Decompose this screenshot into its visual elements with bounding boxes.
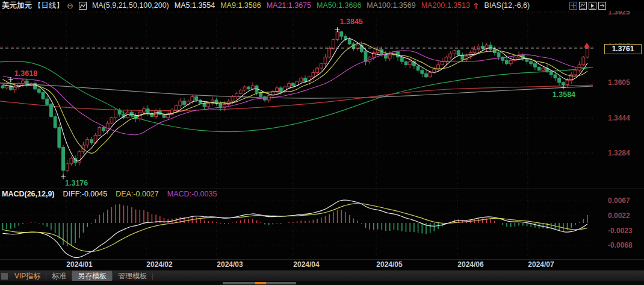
ma100-value: MA100:1.3569	[367, 1, 415, 10]
svg-text:2024/04: 2024/04	[293, 260, 320, 269]
macd-header: MACD(26,12,9) DIFF:-0.0045 DEA:-0.0027 M…	[2, 190, 217, 198]
ma50-value: MA50:1.3686	[317, 1, 361, 10]
svg-text:2024/06: 2024/06	[457, 260, 484, 269]
template-tabbar: VIP指标 标准 另存模板 管理模板	[0, 271, 644, 281]
svg-text:1.3845: 1.3845	[340, 17, 363, 26]
svg-text:2024/07: 2024/07	[528, 260, 554, 269]
indicator-window-icon[interactable]	[579, 1, 587, 9]
macd-panel	[3, 200, 588, 258]
svg-text:1.3618: 1.3618	[14, 69, 37, 78]
separate-window-icon[interactable]	[589, 1, 596, 9]
macd-macd-value: MACD:-0.0035	[167, 190, 217, 198]
svg-text:1.3584: 1.3584	[553, 90, 575, 99]
tabbar-handle-icon[interactable]	[1, 273, 8, 280]
crosshair-icon[interactable]	[569, 1, 577, 9]
long-ma-lines	[0, 61, 593, 132]
close-panel-icon[interactable]	[598, 1, 606, 9]
svg-text:0.0022: 0.0022	[608, 211, 630, 220]
macd-dea-value: DEA:-0.0027	[116, 190, 159, 198]
indicator-chart-icon[interactable]	[79, 2, 87, 10]
svg-text:2024/01: 2024/01	[66, 260, 93, 269]
bias-label: BIAS(12,-6,6)	[484, 1, 530, 10]
ma-settings-label: MA(5,9,21,50,100,200)	[92, 1, 169, 10]
timeframe-label: 【日线】	[34, 1, 64, 11]
symbol-name: 美元加元	[2, 1, 32, 11]
macd-title: MACD(26,12,9)	[2, 190, 55, 198]
svg-text:1.3176: 1.3176	[65, 179, 88, 187]
bottom-strip	[0, 281, 644, 285]
svg-text:1.3284: 1.3284	[608, 149, 630, 157]
current-price-box: 1.3761	[604, 44, 642, 54]
macd-diff-value: DIFF:-0.0045	[63, 190, 108, 198]
chart-toolbar	[569, 1, 606, 9]
svg-text:-0.0068: -0.0068	[608, 241, 633, 249]
ma200-value: MA200:1.3513	[421, 1, 470, 10]
ma5-value: MA5:1.3554	[175, 1, 215, 10]
price-chart-canvas[interactable]: 2024/012024/022024/032024/042024/052024/…	[0, 0, 644, 285]
trend-up-arrow-icon: ⇧	[472, 1, 478, 10]
collapse-icon[interactable]: ⊖	[67, 1, 73, 10]
svg-text:-0.0023: -0.0023	[608, 227, 633, 235]
chart-app: 美元加元 【日线】 ⊖ MA(5,9,21,50,100,200) MA5:1.…	[0, 0, 644, 285]
svg-text:1.3605: 1.3605	[608, 78, 630, 87]
scrollbar-thumb[interactable]	[255, 282, 266, 284]
svg-text:1.3444: 1.3444	[608, 114, 630, 122]
svg-text:2024/02: 2024/02	[146, 260, 173, 269]
chart-header: 美元加元 【日线】 ⊖ MA(5,9,21,50,100,200) MA5:1.…	[0, 0, 644, 11]
svg-text:0.0067: 0.0067	[608, 196, 630, 205]
ma21-value: MA21:1.3675	[267, 1, 311, 10]
ma9-value: MA9:1.3586	[220, 1, 261, 10]
tab-separator	[152, 273, 153, 280]
svg-text:2024/03: 2024/03	[217, 260, 243, 269]
svg-text:2024/05: 2024/05	[376, 260, 403, 269]
price-arrow-icon	[584, 43, 590, 48]
horizontal-scrollbar[interactable]	[223, 282, 296, 284]
